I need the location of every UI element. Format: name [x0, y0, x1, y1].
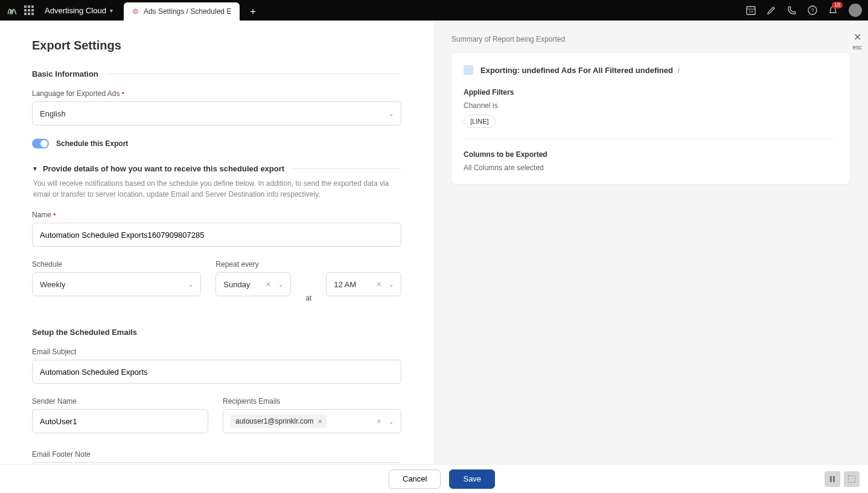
- summary-title: Summary of Report being Exported: [452, 35, 850, 43]
- user-avatar[interactable]: [849, 4, 862, 17]
- platform-dropdown-label: Advertising Cloud: [45, 6, 106, 15]
- repeat-day-value: Sunday: [223, 280, 250, 289]
- remove-chip-icon[interactable]: ✕: [318, 418, 322, 425]
- svg-rect-7: [28, 13, 30, 15]
- recipient-chip: autouser1@sprinklr.com ✕: [231, 415, 327, 428]
- svg-rect-4: [28, 9, 30, 11]
- chevron-down-icon: ⌄: [389, 418, 394, 425]
- columns-text: All Columns are selected: [464, 164, 838, 172]
- filter-channel-label: Channel is: [464, 101, 838, 110]
- edit-icon[interactable]: [767, 5, 776, 15]
- chevron-down-icon: ⌄: [278, 281, 283, 288]
- repeat-time-value: 12 AM: [334, 280, 356, 289]
- footer-note-label: Email Footer Note: [32, 450, 401, 459]
- svg-rect-0: [24, 5, 27, 8]
- apps-grid-icon[interactable]: [24, 5, 34, 15]
- svg-rect-5: [31, 9, 34, 11]
- email-subject-label: Email Subject: [32, 348, 401, 356]
- svg-rect-1: [28, 5, 30, 8]
- summary-box: Exporting: undefined Ads For All Filtere…: [452, 53, 850, 184]
- schedule-export-toggle-label: Schedule this Export: [56, 139, 128, 148]
- export-box-icon: [464, 65, 473, 75]
- clear-icon[interactable]: ✕: [266, 281, 271, 288]
- svg-text:14: 14: [749, 10, 753, 13]
- schedule-details-header[interactable]: ▼ Provide details of how you want to rec…: [32, 164, 401, 173]
- export-settings-panel: Export Settings Basic Information Langua…: [0, 21, 433, 464]
- section-scheduled-emails: Setup the Scheduled Emails: [32, 328, 401, 337]
- schedule-details-heading: Provide details of how you want to recei…: [43, 164, 284, 173]
- caret-down-icon: ▼: [32, 165, 38, 172]
- svg-rect-16: [848, 476, 855, 483]
- exporting-text: Exporting: undefined Ads For All Filtere…: [480, 66, 673, 75]
- gear-icon: ⚙: [132, 7, 139, 16]
- app-logo: [6, 4, 18, 16]
- recipient-email: autouser1@sprinklr.com: [235, 417, 314, 425]
- add-tab-button[interactable]: ＋: [243, 2, 263, 21]
- language-value: English: [40, 109, 66, 118]
- schedule-export-toggle[interactable]: [32, 139, 49, 148]
- footer: Cancel Save: [0, 464, 868, 493]
- repeat-time-spacer: [326, 260, 401, 269]
- calendar-icon[interactable]: 14: [746, 5, 756, 15]
- schedule-value: Weekly: [40, 280, 65, 289]
- recipients-select[interactable]: autouser1@sprinklr.com ✕ ✕ ⌄: [223, 409, 401, 433]
- name-input[interactable]: [32, 223, 401, 247]
- svg-rect-6: [24, 13, 27, 15]
- notifications-icon[interactable]: 18: [828, 5, 838, 15]
- tabs: ⚙ Ads Settings / Scheduled E ＋: [124, 0, 263, 21]
- svg-rect-3: [24, 9, 27, 11]
- chevron-down-icon: ⌄: [389, 110, 394, 117]
- repeat-label: Repeat every: [215, 260, 291, 269]
- divider: [464, 139, 838, 139]
- language-select[interactable]: English ⌄: [32, 101, 401, 126]
- svg-text:?: ?: [811, 7, 814, 13]
- email-subject-input[interactable]: [32, 360, 401, 384]
- name-label: Name: [32, 211, 401, 219]
- schedule-details-desc: You will receive notifications based on …: [32, 178, 401, 200]
- platform-dropdown[interactable]: Advertising Cloud ▾: [45, 6, 113, 15]
- sender-name-input[interactable]: [32, 409, 208, 433]
- svg-rect-8: [31, 13, 34, 15]
- chevron-down-icon: ⌄: [389, 281, 394, 288]
- page-title: Export Settings: [32, 39, 401, 52]
- pause-icon[interactable]: [825, 471, 840, 487]
- filter-chip-channel: [LINE]: [464, 115, 496, 128]
- sender-name-label: Sender Name: [32, 397, 208, 406]
- schedule-select[interactable]: Weekly ⌄: [32, 272, 201, 296]
- screenshot-icon[interactable]: [844, 471, 860, 487]
- notification-badge: 18: [832, 2, 843, 8]
- exporting-heading: Exporting: undefined Ads For All Filtere…: [464, 65, 838, 75]
- tab-label: Ads Settings / Scheduled E: [144, 7, 231, 16]
- close-button[interactable]: ✕ esc: [852, 31, 862, 51]
- topbar-right: 14 ? 18: [746, 4, 862, 17]
- cancel-button[interactable]: Cancel: [389, 469, 441, 489]
- svg-rect-14: [830, 476, 832, 482]
- close-icon: ✕: [854, 32, 861, 42]
- svg-rect-2: [31, 5, 34, 8]
- phone-icon[interactable]: [787, 5, 797, 15]
- summary-panel: ✕ esc Summary of Report being Exported E…: [433, 21, 868, 464]
- tab-ads-settings[interactable]: ⚙ Ads Settings / Scheduled E: [124, 2, 240, 21]
- topbar: Advertising Cloud ▾ ⚙ Ads Settings / Sch…: [0, 0, 868, 21]
- language-label: Language for Exported Ads: [32, 89, 401, 98]
- clear-icon[interactable]: ✕: [376, 418, 381, 425]
- help-icon[interactable]: ?: [808, 5, 817, 15]
- schedule-label: Schedule: [32, 260, 201, 269]
- section-basic-info: Basic Information: [32, 69, 401, 78]
- save-button[interactable]: Save: [449, 469, 495, 489]
- at-label: at: [305, 294, 311, 310]
- applied-filters-heading: Applied Filters: [464, 88, 838, 97]
- repeat-time-select[interactable]: 12 AM ✕ ⌄: [326, 272, 401, 296]
- info-icon[interactable]: i: [678, 66, 680, 75]
- repeat-day-select[interactable]: Sunday ✕ ⌄: [215, 272, 291, 296]
- svg-rect-15: [833, 476, 835, 482]
- clear-icon[interactable]: ✕: [376, 281, 381, 288]
- close-esc-label: esc: [852, 44, 862, 51]
- chevron-down-icon: ⌄: [188, 281, 193, 288]
- chevron-down-icon: ▾: [110, 7, 113, 14]
- columns-heading: Columns to be Exported: [464, 150, 838, 159]
- recipients-label: Recipients Emails: [223, 397, 401, 406]
